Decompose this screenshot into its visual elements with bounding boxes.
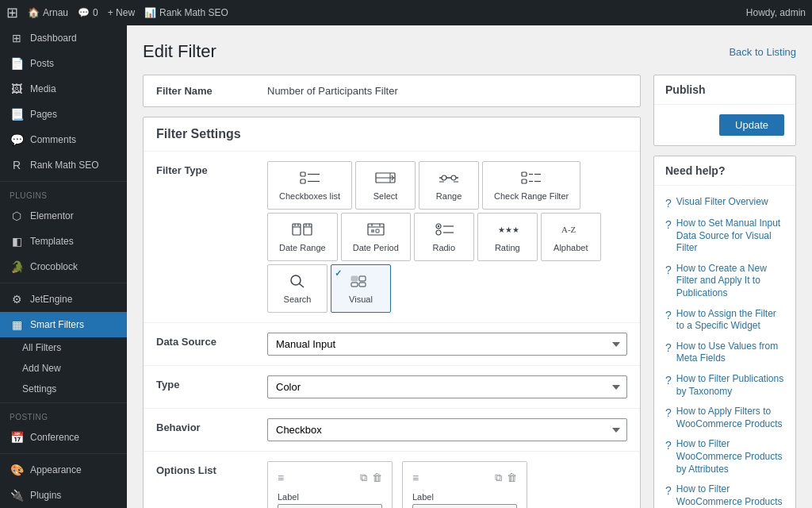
elementor-icon: ⬡ <box>10 210 24 222</box>
sidebar-item-rankmath[interactable]: R Rank Math SEO <box>0 152 127 178</box>
sidebar-sub-add-new[interactable]: Add New <box>0 358 127 379</box>
update-button[interactable]: Update <box>719 114 784 136</box>
filter-type-rating[interactable]: ★★★ Rating <box>477 213 538 261</box>
check-range-icon <box>520 170 542 188</box>
duplicate-button-1[interactable]: ⧉ <box>360 471 367 484</box>
sidebar-item-jetengine[interactable]: ⚙ JetEngine <box>0 287 127 312</box>
help-item-4: ? How to Use Values from Meta Fields <box>665 337 784 369</box>
sidebar-item-comments[interactable]: 💬 Comments <box>0 127 127 152</box>
posting-section-label: POSTING <box>0 406 127 425</box>
admin-bar-comments[interactable]: 💬 0 <box>78 7 98 18</box>
option-card-header-2: ≡ ⧉ 🗑 <box>412 471 517 484</box>
help-link-5[interactable]: How to Filter Publications by Taxonomy <box>676 373 784 398</box>
options-list-grid: ≡ ⧉ 🗑 Label Value <box>267 461 627 508</box>
media-icon: 🖼 <box>10 83 24 95</box>
type-content: Color Image Text <box>267 375 627 398</box>
sidebar-item-media[interactable]: 🖼 Media <box>0 76 127 102</box>
filter-type-select[interactable]: Select <box>355 161 416 210</box>
sidebar-item-plugins[interactable]: 🔌 Plugins <box>0 483 127 508</box>
admin-bar-site[interactable]: 🏠 Arnau <box>28 7 68 18</box>
pages-icon: 📃 <box>10 108 24 121</box>
data-source-select[interactable]: Manual Input Posts Terms Meta Field <box>267 333 627 356</box>
svg-rect-18 <box>293 224 301 235</box>
filter-type-alphabet[interactable]: A-Z Alphabet <box>541 213 601 261</box>
behavior-label: Behavior <box>156 418 267 433</box>
wp-logo[interactable]: ⊞ <box>6 4 18 21</box>
main-content: Edit Filter Back to Listing Filter Name … <box>127 25 812 508</box>
svg-rect-31 <box>376 229 379 233</box>
help-link-7[interactable]: How to Filter WooCommerce Products by At… <box>676 438 784 475</box>
help-icon-7: ? <box>665 439 672 452</box>
filter-type-radio[interactable]: Radio <box>414 213 474 261</box>
sidebar-item-conference[interactable]: 📅 Conference <box>0 425 127 450</box>
filter-name-label: Filter Name <box>156 85 267 97</box>
svg-text:★★★: ★★★ <box>498 225 519 234</box>
sidebar-item-crocoblock[interactable]: 🐊 Crocoblock <box>0 254 127 279</box>
sidebar-item-posts[interactable]: 📄 Posts <box>0 51 127 76</box>
help-link-1[interactable]: How to Set Manual Input Data Source for … <box>676 217 784 255</box>
options-list-row: Options List ≡ ⧉ 🗑 <box>144 452 640 508</box>
help-icon-4: ? <box>665 341 672 354</box>
delete-button-2[interactable]: 🗑 <box>507 471 517 484</box>
duplicate-button-2[interactable]: ⧉ <box>495 471 502 484</box>
back-to-listing-link[interactable]: Back to Listing <box>729 46 796 58</box>
type-select[interactable]: Color Image Text <box>267 375 627 398</box>
content-row: Filter Name Number of Participants Filte… <box>143 75 796 508</box>
type-row: Type Color Image Text <box>144 366 640 409</box>
svg-point-9 <box>451 175 456 180</box>
filter-type-range[interactable]: Range <box>419 161 479 210</box>
help-item-7: ? How to Filter WooCommerce Products by … <box>665 434 784 479</box>
filter-type-row: Filter Type <box>144 152 640 323</box>
filter-type-grid: Checkboxes list <box>267 161 627 313</box>
sidebar-divider-4 <box>0 453 127 454</box>
delete-button-1[interactable]: 🗑 <box>372 471 382 484</box>
sidebar-item-dashboard[interactable]: ⊞ Dashboard <box>0 25 127 51</box>
option-card-1: ≡ ⧉ 🗑 Label Value <box>267 461 393 508</box>
filter-type-visual[interactable]: Visual <box>331 264 391 313</box>
help-link-8[interactable]: How to Filter WooCommerce Products by Ca… <box>676 483 784 508</box>
option-card-2: ≡ ⧉ 🗑 Label Value <box>402 461 527 508</box>
help-link-2[interactable]: How to Create a New Filter and Apply It … <box>676 263 784 300</box>
visual-icon <box>350 273 372 291</box>
filter-type-label: Filter Type <box>156 161 267 176</box>
admin-bar-new[interactable]: + New <box>108 7 135 18</box>
sidebar-item-pages[interactable]: 📃 Pages <box>0 102 127 127</box>
filter-type-date-range[interactable]: Date Range <box>267 213 338 261</box>
rating-label: Rating <box>495 243 520 252</box>
sidebar-item-smartfilters[interactable]: ▦ Smart Filters <box>0 312 127 337</box>
date-period-icon <box>365 221 387 240</box>
sidebar-sub-all-filters[interactable]: All Filters <box>0 337 127 358</box>
sidebar-item-templates[interactable]: ◧ Templates <box>0 229 127 254</box>
filter-type-checkboxes[interactable]: Checkboxes list <box>267 161 352 210</box>
sidebar-divider-3 <box>0 402 127 403</box>
home-icon: 🏠 <box>28 7 40 18</box>
options-list-label: Options List <box>156 461 267 476</box>
option-label-text-1: Label <box>278 492 382 502</box>
sidebar-item-elementor[interactable]: ⬡ Elementor <box>0 203 127 229</box>
sidebar-item-appearance[interactable]: 🎨 Appearance <box>0 457 127 483</box>
help-link-3[interactable]: How to Assign the Filter to a Specific W… <box>676 308 784 333</box>
filter-type-search[interactable]: Search <box>267 264 327 313</box>
date-range-label: Date Range <box>279 243 326 252</box>
drag-handle-icon-1[interactable]: ≡ <box>278 471 284 484</box>
help-icon-1: ? <box>665 218 672 231</box>
option-label-text-2: Label <box>412 492 517 502</box>
help-icon-0: ? <box>665 197 672 210</box>
svg-rect-12 <box>522 172 527 176</box>
option-label-input-2[interactable] <box>412 504 517 508</box>
search-type-icon <box>286 273 308 291</box>
help-link-0[interactable]: Visual Filter Overview <box>676 196 768 209</box>
help-link-6[interactable]: How to Apply Filters to WooCommerce Prod… <box>676 406 784 430</box>
admin-bar-rankmath[interactable]: 📊 Rank Math SEO <box>144 7 228 18</box>
filter-type-date-period[interactable]: Date Period <box>341 213 411 261</box>
help-link-4[interactable]: How to Use Values from Meta Fields <box>676 341 784 365</box>
drag-handle-icon-2[interactable]: ≡ <box>412 471 419 484</box>
option-label-input-1[interactable] <box>278 504 382 508</box>
svg-rect-0 <box>301 172 305 176</box>
publish-panel: Publish Update <box>653 75 796 146</box>
svg-point-33 <box>438 225 439 227</box>
behavior-select[interactable]: Checkbox Radio <box>267 418 627 441</box>
filter-type-check-range[interactable]: Check Range Filter <box>482 161 580 210</box>
sidebar-sub-settings[interactable]: Settings <box>0 379 127 399</box>
help-item-5: ? How to Filter Publications by Taxonomy <box>665 369 784 402</box>
